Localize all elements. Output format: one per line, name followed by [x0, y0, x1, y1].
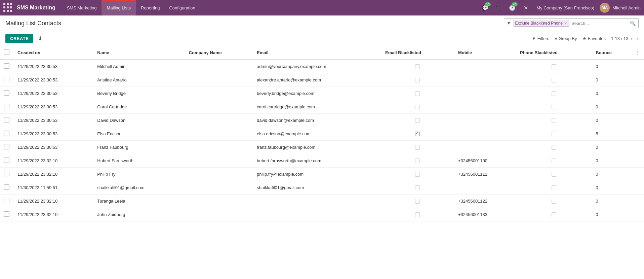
filters-button[interactable]: ▼ Filters	[532, 36, 549, 41]
pagination-prev[interactable]: ‹	[630, 36, 633, 42]
phone-blacklisted-checkbox[interactable]	[552, 172, 556, 177]
cell-email-blacklisted[interactable]	[381, 141, 454, 154]
favorites-button[interactable]: ★ Favorites	[582, 36, 606, 41]
phone-blacklisted-checkbox[interactable]	[552, 185, 556, 190]
filter-tag-close[interactable]: ✕	[564, 21, 567, 26]
email-blacklisted-checkbox[interactable]	[415, 105, 420, 109]
phone-blacklisted-checkbox[interactable]	[552, 132, 556, 136]
cell-email-blacklisted[interactable]	[381, 181, 454, 195]
row-checkbox[interactable]	[4, 198, 9, 203]
email-blacklisted-checkbox[interactable]	[415, 172, 420, 177]
row-checkbox-cell[interactable]	[0, 100, 13, 114]
row-checkbox[interactable]	[4, 184, 9, 190]
create-button[interactable]: CREATE	[5, 34, 33, 43]
row-checkbox-cell[interactable]	[0, 127, 13, 141]
row-checkbox-cell[interactable]	[0, 181, 13, 195]
phone-blacklisted-checkbox[interactable]	[552, 91, 556, 96]
email-blacklisted-checkbox[interactable]	[415, 64, 420, 69]
phone-blacklisted-checkbox[interactable]	[552, 199, 556, 204]
row-checkbox[interactable]	[4, 104, 9, 109]
email-blacklisted-checkbox[interactable]	[415, 159, 420, 163]
col-header-created[interactable]: Created on	[13, 46, 93, 60]
email-blacklisted-checkbox[interactable]	[415, 91, 420, 96]
email-blacklisted-checkbox[interactable]	[415, 145, 420, 150]
cell-email-blacklisted[interactable]	[381, 154, 454, 168]
row-checkbox-cell[interactable]	[0, 208, 13, 221]
phone-icon-btn[interactable]: 📞	[493, 2, 504, 13]
cell-phone-blacklisted[interactable]	[516, 208, 592, 221]
cell-email-blacklisted[interactable]	[381, 87, 454, 100]
pagination-next[interactable]: ›	[636, 36, 639, 42]
phone-blacklisted-checkbox[interactable]	[552, 159, 556, 163]
phone-blacklisted-checkbox[interactable]	[552, 118, 556, 123]
cell-phone-blacklisted[interactable]	[516, 87, 592, 100]
cell-phone-blacklisted[interactable]	[516, 154, 592, 168]
close-icon-btn[interactable]: ✕	[520, 2, 531, 13]
col-header-phone-blacklisted[interactable]: Phone Blacklisted	[516, 46, 592, 60]
row-checkbox[interactable]	[4, 171, 9, 176]
cell-email-blacklisted[interactable]	[381, 73, 454, 87]
col-header-name[interactable]: Name	[93, 46, 185, 60]
cell-phone-blacklisted[interactable]	[516, 114, 592, 127]
cell-email-blacklisted[interactable]	[381, 60, 454, 73]
phone-blacklisted-checkbox[interactable]	[552, 105, 556, 109]
cell-email-blacklisted[interactable]	[381, 168, 454, 181]
cell-phone-blacklisted[interactable]	[516, 168, 592, 181]
phone-blacklisted-checkbox[interactable]	[552, 145, 556, 150]
col-header-mobile[interactable]: Mobile	[454, 46, 516, 60]
email-blacklisted-checkbox[interactable]	[415, 199, 420, 204]
row-checkbox[interactable]	[4, 77, 9, 82]
row-checkbox[interactable]	[4, 131, 9, 136]
activity-icon-btn[interactable]: 🕐 40	[507, 2, 518, 13]
row-checkbox-cell[interactable]	[0, 73, 13, 87]
phone-blacklisted-checkbox[interactable]	[552, 64, 556, 69]
row-checkbox-cell[interactable]	[0, 87, 13, 100]
nav-configuration[interactable]: Configuration	[164, 0, 200, 15]
cell-phone-blacklisted[interactable]	[516, 195, 592, 208]
cell-email-blacklisted[interactable]	[381, 195, 454, 208]
row-checkbox[interactable]	[4, 90, 9, 96]
cell-email-blacklisted[interactable]	[381, 208, 454, 221]
row-checkbox[interactable]	[4, 117, 9, 123]
groupby-button[interactable]: ≡ Group By	[555, 36, 577, 41]
cell-email-blacklisted[interactable]	[381, 100, 454, 114]
col-more-options[interactable]: ⋮	[632, 46, 644, 60]
cell-email-blacklisted[interactable]	[381, 114, 454, 127]
cell-phone-blacklisted[interactable]	[516, 60, 592, 73]
row-checkbox-cell[interactable]	[0, 168, 13, 181]
nav-sms-marketing[interactable]: SMS Marketing	[62, 0, 102, 15]
email-blacklisted-checkbox[interactable]	[415, 185, 420, 190]
row-checkbox-cell[interactable]	[0, 154, 13, 168]
row-checkbox-cell[interactable]	[0, 195, 13, 208]
search-input[interactable]	[571, 21, 628, 26]
nav-reporting[interactable]: Reporting	[136, 0, 164, 15]
email-blacklisted-checkbox[interactable]	[415, 212, 420, 217]
cell-phone-blacklisted[interactable]	[516, 181, 592, 195]
cell-phone-blacklisted[interactable]	[516, 127, 592, 141]
exclude-blacklisted-tag[interactable]: Exclude Blacklisted Phone ✕	[513, 20, 569, 27]
col-header-email-blacklisted[interactable]: Email Blacklisted	[381, 46, 454, 60]
cell-phone-blacklisted[interactable]	[516, 100, 592, 114]
nav-mailing-lists[interactable]: Mailing Lists	[102, 0, 136, 15]
email-blacklisted-checkbox[interactable]	[415, 118, 420, 123]
row-checkbox-cell[interactable]	[0, 141, 13, 154]
row-checkbox[interactable]	[4, 63, 9, 69]
cell-email-blacklisted[interactable]	[381, 127, 454, 141]
cell-phone-blacklisted[interactable]	[516, 141, 592, 154]
email-blacklisted-checkbox[interactable]	[415, 78, 420, 82]
row-checkbox-cell[interactable]	[0, 60, 13, 73]
row-checkbox[interactable]	[4, 211, 9, 217]
email-blacklisted-checkbox[interactable]	[415, 132, 420, 136]
avatar[interactable]: MA	[600, 3, 610, 13]
download-button[interactable]: ⬇	[36, 34, 44, 43]
col-header-company[interactable]: Company Name	[185, 46, 253, 60]
app-grid-icon[interactable]	[3, 3, 13, 12]
messages-icon-btn[interactable]: 💬 10	[480, 2, 491, 13]
col-header-bounce[interactable]: Bounce	[592, 46, 632, 60]
phone-blacklisted-checkbox[interactable]	[552, 78, 556, 82]
phone-blacklisted-checkbox[interactable]	[552, 212, 556, 217]
row-checkbox[interactable]	[4, 158, 9, 163]
select-all-header[interactable]	[0, 46, 13, 60]
brand-name[interactable]: SMS Marketing	[17, 5, 55, 11]
select-all-checkbox[interactable]	[4, 49, 9, 55]
